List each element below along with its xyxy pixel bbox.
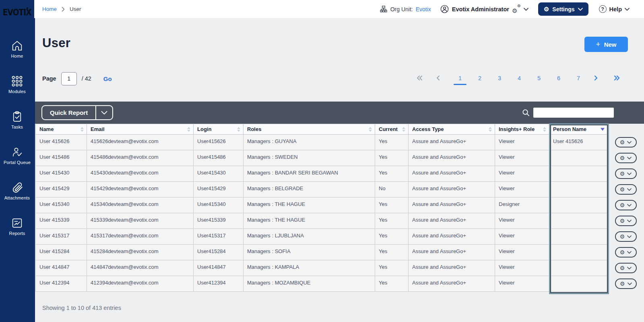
cell-name: User 415486: [36, 150, 87, 166]
sidebar-item-label: Attachments: [4, 195, 30, 200]
cell-access-type: Assure and AssureGo+: [409, 245, 495, 260]
cell-person-name: [549, 229, 608, 245]
cell-insights-role: Viewer: [495, 213, 549, 229]
entries-summary: Showing 1 to 10 of 413 entries: [42, 305, 121, 311]
column-header-access-type[interactable]: Access Type: [409, 124, 495, 135]
pagination-page-1[interactable]: 1: [456, 75, 464, 83]
row-actions-button[interactable]: ⚙: [615, 200, 637, 210]
pagination-page-3[interactable]: 3: [495, 75, 504, 83]
column-header-name[interactable]: Name: [36, 124, 87, 135]
cell-roles: Managers : THE HAGUE: [244, 197, 375, 213]
evotix-logo-text: EVOTIX: [3, 8, 31, 17]
quick-report-button[interactable]: Quick Report: [41, 105, 113, 120]
row-actions-button[interactable]: ⚙: [615, 216, 637, 226]
table-row: User 415626415626devteam@evotix.comUser4…: [36, 135, 644, 150]
pagination-page-7[interactable]: 7: [574, 75, 582, 83]
sidebar-item-attachments[interactable]: Attachments: [0, 181, 34, 200]
cell-insights-role: Viewer: [495, 229, 549, 245]
cell-roles: Managers : SWEDEN: [244, 150, 375, 166]
row-actions-button[interactable]: ⚙: [615, 263, 637, 273]
cell-email: 415339devteam@evotix.com: [87, 213, 194, 229]
column-header-current[interactable]: Current: [375, 124, 409, 135]
row-gear-icon: ⚙: [620, 249, 625, 255]
row-actions-cell: ⚙: [608, 182, 644, 197]
row-actions-button[interactable]: ⚙: [615, 137, 637, 147]
org-unit-value-link[interactable]: Evotix: [416, 6, 431, 12]
cell-login: User415430: [194, 166, 244, 182]
sidebar-item-reports[interactable]: Reports: [0, 217, 34, 236]
cell-access-type: Assure and AssureGo+: [409, 166, 495, 182]
pagination-page-6[interactable]: 6: [555, 75, 563, 83]
sort-arrows-icon: [402, 127, 405, 132]
evotix-logo-dot: [27, 7, 28, 9]
row-actions-cell: ⚙: [608, 166, 644, 182]
sidebar-item-home[interactable]: Home: [0, 39, 34, 58]
row-gear-icon: ⚙: [620, 187, 625, 192]
cell-person-name: [549, 182, 608, 197]
new-button-label: New: [604, 41, 617, 48]
table-row: User 415429415429devteam@evotix.comUser4…: [36, 182, 644, 197]
evotix-logo: EVOTIX: [0, 0, 34, 25]
new-button[interactable]: + New: [584, 37, 628, 52]
cell-access-type: Assure and AssureGo+: [409, 276, 495, 292]
column-header-insights-role[interactable]: Insights+ Role: [495, 124, 549, 135]
help-label: Help: [609, 6, 622, 12]
cell-name: User 415430: [36, 166, 87, 182]
column-header-roles[interactable]: Roles: [244, 124, 375, 135]
pagination-first-icon[interactable]: [417, 75, 425, 82]
quick-report-chevron-icon[interactable]: [96, 106, 112, 119]
cell-current: Yes: [375, 260, 409, 276]
pagination-last-icon[interactable]: [614, 75, 622, 82]
breadcrumb-chevron-icon: [62, 7, 65, 12]
cell-login: User415284: [194, 245, 244, 260]
pagination-page-5[interactable]: 5: [535, 75, 543, 83]
row-gear-icon: ⚙: [620, 171, 625, 177]
row-chevron-down-icon: [627, 188, 632, 191]
sidebar-item-tasks[interactable]: Tasks: [0, 110, 34, 129]
cell-email: 415486devteam@evotix.com: [87, 150, 194, 166]
help-menu[interactable]: ? Help: [599, 5, 630, 13]
help-question-icon: ?: [599, 5, 607, 13]
page-title: User: [42, 36, 70, 50]
sidebar-item-modules[interactable]: Modules: [0, 75, 34, 94]
row-actions-button[interactable]: ⚙: [615, 278, 637, 289]
pagination-page-2[interactable]: 2: [476, 75, 484, 83]
settings-gear-icon: ⚙: [544, 6, 549, 12]
column-header-login[interactable]: Login: [194, 124, 244, 135]
cell-current: Yes: [375, 197, 409, 213]
users-table-wrap: Name Email Login Roles Current Access Ty…: [35, 124, 644, 292]
cell-roles: Managers : BANDAR SERI BEGAWAN: [244, 166, 375, 182]
table-row: User 412394412394devteam@evotix.comUser4…: [36, 276, 644, 292]
row-actions-button[interactable]: ⚙: [615, 153, 637, 163]
row-actions-button[interactable]: ⚙: [615, 247, 637, 258]
cell-person-name: [549, 197, 608, 213]
row-chevron-down-icon: [627, 141, 632, 144]
row-actions-button[interactable]: ⚙: [615, 184, 637, 195]
cell-login: User415340: [194, 197, 244, 213]
sidebar-item-label: Reports: [9, 231, 25, 236]
pagination-page-4[interactable]: 4: [515, 75, 523, 83]
sidebar-item-portal-queue[interactable]: Portal Queue: [0, 146, 34, 165]
admin-menu[interactable]: Evotix Administrator ⚙⚙: [440, 4, 528, 14]
row-actions-button[interactable]: ⚙: [615, 168, 637, 179]
column-header-person-name[interactable]: Person Name: [549, 124, 608, 135]
breadcrumb-home-link[interactable]: Home: [42, 6, 57, 12]
cell-current: Yes: [375, 276, 409, 292]
cell-insights-role: Viewer: [495, 245, 549, 260]
cell-insights-role: Viewer: [495, 260, 549, 276]
search-input[interactable]: [533, 108, 614, 118]
cell-name: User 415284: [36, 245, 87, 260]
column-header-email[interactable]: Email: [87, 124, 194, 135]
row-actions-button[interactable]: ⚙: [615, 231, 637, 242]
page-number-input[interactable]: [61, 72, 77, 85]
pagination-next-icon[interactable]: [594, 75, 602, 82]
go-button[interactable]: Go: [103, 75, 112, 82]
settings-button[interactable]: ⚙ Settings: [538, 2, 588, 16]
row-actions-cell: ⚙: [608, 135, 644, 150]
admin-gears-icon: ⚙⚙: [512, 5, 521, 13]
pagination-prev-icon[interactable]: [436, 75, 444, 82]
cell-current: Yes: [375, 135, 409, 150]
cell-roles: Managers : THE HAGUE: [244, 213, 375, 229]
search-area: [522, 108, 614, 118]
settings-chevron-down-icon: [578, 8, 583, 11]
